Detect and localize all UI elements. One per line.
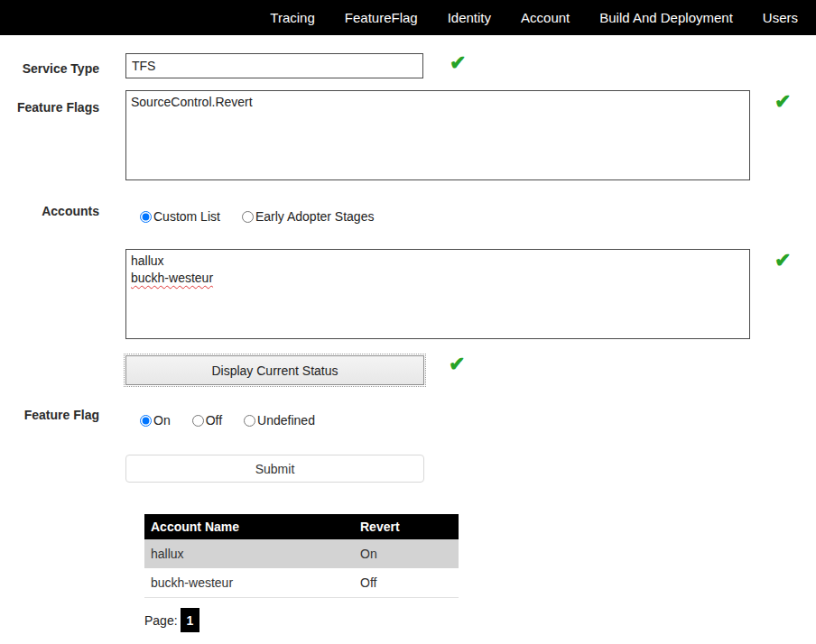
accounts-list-textarea[interactable]: hallux buckh-westeur: [125, 249, 750, 339]
nav-item-build-and-deployment[interactable]: Build And Deployment: [599, 10, 733, 25]
accounts-valid-check-icon: ✔: [774, 251, 791, 271]
feature-flag-radio-group: On Off Undefined: [140, 413, 315, 428]
submit-button[interactable]: Submit: [125, 455, 424, 483]
accounts-mode-early-adopter-radio[interactable]: [242, 211, 254, 223]
accounts-mode-early-adopter-label: Early Adopter Stages: [255, 209, 375, 224]
feature-flag-label: Feature Flag: [0, 408, 99, 422]
service-type-label: Service Type: [0, 61, 99, 76]
page-number-button[interactable]: 1: [181, 608, 199, 632]
cell-revert: Off: [354, 568, 459, 597]
accounts-mode-radio-group: Custom List Early Adopter Stages: [140, 209, 374, 224]
feature-flags-valid-check-icon: ✔: [774, 92, 791, 112]
display-current-status-button[interactable]: Display Current Status: [125, 355, 424, 385]
feature-flag-on-option[interactable]: On: [140, 413, 171, 428]
results-header-row: Account Name Revert: [144, 514, 459, 539]
accounts-mode-early-adopter-option[interactable]: Early Adopter Stages: [242, 209, 375, 224]
column-header-revert: Revert: [354, 514, 459, 539]
accounts-label: Accounts: [0, 204, 99, 218]
table-row: hallux On: [144, 539, 459, 568]
nav-item-featureflag[interactable]: FeatureFlag: [345, 10, 418, 25]
feature-flag-off-radio[interactable]: [192, 415, 204, 427]
feature-flags-textarea[interactable]: SourceControl.Revert: [125, 90, 750, 180]
feature-flag-off-label: Off: [206, 413, 222, 428]
service-type-input[interactable]: [125, 53, 423, 78]
service-type-valid-check-icon: ✔: [450, 53, 466, 73]
feature-flag-on-label: On: [153, 413, 171, 428]
cell-account-name: hallux: [144, 539, 354, 568]
feature-flag-off-option[interactable]: Off: [192, 413, 222, 428]
feature-flag-undefined-option[interactable]: Undefined: [244, 413, 315, 428]
feature-flag-undefined-radio[interactable]: [244, 415, 255, 427]
feature-flags-label: Feature Flags: [0, 100, 99, 115]
nav-item-tracing[interactable]: Tracing: [270, 10, 314, 25]
cell-revert: On: [354, 539, 459, 568]
column-header-account-name: Account Name: [144, 514, 354, 539]
page-label: Page:: [144, 613, 178, 628]
accounts-mode-custom-list-option[interactable]: Custom List: [140, 209, 220, 224]
accounts-list-entry: buckh-westeur: [131, 270, 745, 287]
nav-item-users[interactable]: Users: [763, 10, 798, 25]
cell-account-name: buckh-westeur: [144, 568, 354, 597]
accounts-mode-custom-list-radio[interactable]: [140, 211, 152, 223]
nav-item-identity[interactable]: Identity: [448, 10, 491, 25]
results-table: Account Name Revert hallux On buckh-west…: [144, 514, 459, 598]
display-status-valid-check-icon: ✔: [449, 354, 465, 374]
accounts-list-entry: hallux: [131, 253, 745, 270]
feature-flag-undefined-label: Undefined: [257, 413, 315, 428]
table-row: buckh-westeur Off: [144, 568, 459, 597]
feature-flag-on-radio[interactable]: [140, 415, 152, 427]
accounts-mode-custom-list-label: Custom List: [153, 209, 220, 224]
nav-item-account[interactable]: Account: [521, 10, 570, 25]
top-nav: Tracing FeatureFlag Identity Account Bui…: [0, 0, 816, 35]
